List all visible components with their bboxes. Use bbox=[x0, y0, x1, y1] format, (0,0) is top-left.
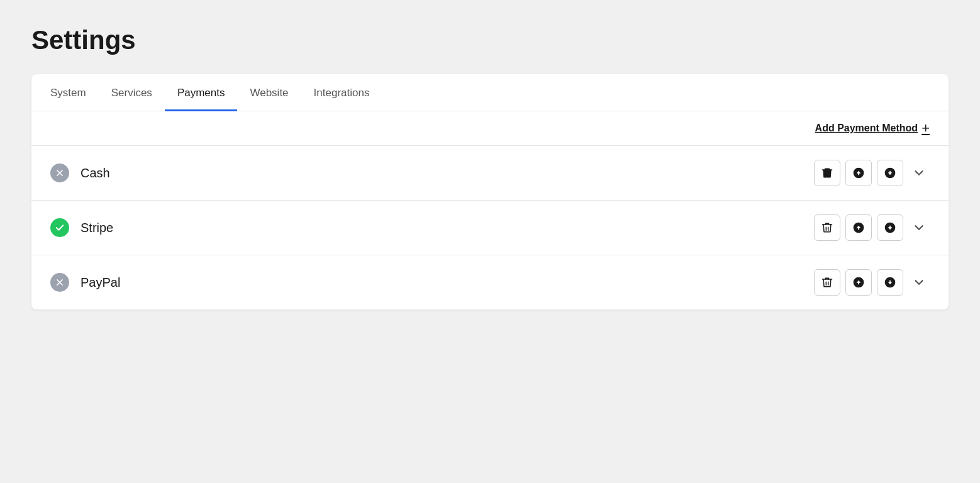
payment-row-cash: Cash bbox=[31, 146, 949, 201]
tab-website[interactable]: Website bbox=[237, 74, 301, 111]
arrow-up-icon bbox=[852, 167, 865, 179]
move-down-stripe-button[interactable] bbox=[877, 214, 903, 241]
trash-icon bbox=[821, 276, 833, 289]
tab-integrations[interactable]: Integrations bbox=[301, 74, 382, 111]
move-down-cash-button[interactable] bbox=[877, 160, 903, 186]
move-up-paypal-button[interactable] bbox=[845, 269, 872, 296]
arrow-up-icon bbox=[852, 221, 865, 234]
tab-payments[interactable]: Payments bbox=[165, 74, 238, 111]
settings-card: System Services Payments Website Integra… bbox=[31, 74, 949, 309]
arrow-down-icon bbox=[884, 221, 896, 234]
chevron-down-icon bbox=[912, 221, 926, 235]
row-actions-stripe bbox=[814, 214, 930, 241]
x-icon bbox=[54, 167, 65, 179]
expand-paypal-button[interactable] bbox=[908, 275, 930, 289]
expand-cash-button[interactable] bbox=[908, 166, 930, 180]
add-payment-label: Add Payment Method bbox=[815, 123, 918, 134]
trash-icon bbox=[821, 221, 833, 234]
trash-icon bbox=[821, 167, 833, 179]
page-title: Settings bbox=[31, 25, 949, 55]
chevron-down-icon bbox=[912, 275, 926, 289]
tab-bar: System Services Payments Website Integra… bbox=[31, 74, 949, 111]
delete-stripe-button[interactable] bbox=[814, 214, 840, 241]
plus-icon: + bbox=[922, 121, 930, 135]
payment-row-stripe: Stripe bbox=[31, 201, 949, 255]
tab-services[interactable]: Services bbox=[99, 74, 165, 111]
tab-system[interactable]: System bbox=[50, 74, 99, 111]
payment-name-stripe: Stripe bbox=[81, 221, 814, 235]
chevron-down-icon bbox=[912, 166, 926, 180]
move-down-paypal-button[interactable] bbox=[877, 269, 903, 296]
arrow-up-icon bbox=[852, 276, 865, 289]
x-icon bbox=[54, 277, 65, 288]
delete-paypal-button[interactable] bbox=[814, 269, 840, 296]
move-up-cash-button[interactable] bbox=[845, 160, 872, 186]
delete-cash-button[interactable] bbox=[814, 160, 840, 186]
status-icon-cash bbox=[50, 164, 69, 182]
payment-name-cash: Cash bbox=[81, 166, 814, 180]
add-payment-row: Add Payment Method + bbox=[31, 111, 949, 146]
move-up-stripe-button[interactable] bbox=[845, 214, 872, 241]
payment-row-paypal: PayPal bbox=[31, 255, 949, 309]
status-icon-paypal bbox=[50, 273, 69, 292]
expand-stripe-button[interactable] bbox=[908, 221, 930, 235]
payment-name-paypal: PayPal bbox=[81, 275, 814, 290]
row-actions-paypal bbox=[814, 269, 930, 296]
row-actions-cash bbox=[814, 160, 930, 186]
arrow-down-icon bbox=[884, 167, 896, 179]
status-icon-stripe bbox=[50, 218, 69, 237]
check-icon bbox=[54, 222, 65, 233]
add-payment-button[interactable]: Add Payment Method + bbox=[815, 121, 930, 135]
arrow-down-icon bbox=[884, 276, 896, 289]
